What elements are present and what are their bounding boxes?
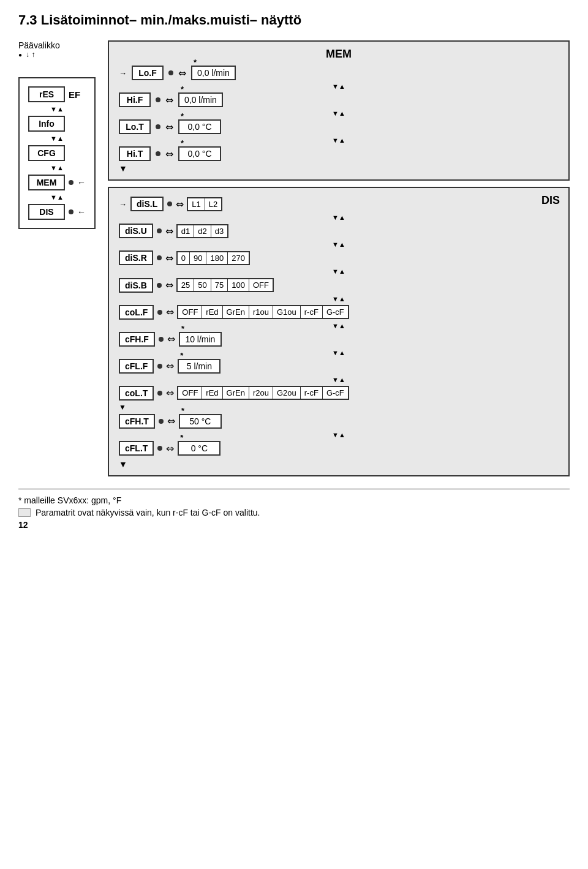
option-colt-red: rEd — [202, 386, 222, 400]
footer: * malleille SVx6xx: gpm, °F Paramatrit o… — [18, 489, 570, 530]
option-disu-d2: d2 — [194, 224, 211, 238]
arrows-disr: ⇔ — [165, 252, 173, 264]
nav-lof-hif: ▼▲ — [119, 83, 559, 90]
option-disb-75: 75 — [211, 278, 228, 292]
arrows-colf: ⇔ — [166, 306, 174, 318]
asterisk-lot: * — [181, 111, 184, 121]
option-colf-r1ou: r1ou — [249, 305, 273, 319]
option-colt-rcf: r-cF — [300, 386, 323, 400]
menu-item-CFG[interactable]: CFG — [28, 145, 65, 161]
bullet-cfht — [159, 419, 164, 424]
menu-row-MEM: MEM ← — [28, 174, 86, 191]
value-hif: 0,0 l/min — [178, 92, 223, 107]
nav-cfht-cflt: ▼▲ — [119, 431, 559, 438]
right-panels: MEM → Lo.F ⇔ * 0,0 l/min ▼▲ Hi.F ⇔ * — [108, 40, 570, 476]
nav-arrows-mem-dis: ▼▲ — [50, 194, 64, 201]
menu-item-Info[interactable]: Info — [28, 116, 65, 132]
nav-disr-disb: ▼▲ — [119, 268, 559, 275]
bullet-colf — [157, 310, 162, 315]
arrows-cfht: ⇔ — [167, 415, 175, 427]
arrow-right-disl: → — [119, 200, 127, 209]
arrows-hif: ⇔ — [165, 94, 173, 106]
nav-arrows-rES-info: ▼▲ — [50, 105, 64, 113]
param-cflt: cFL.T — [119, 441, 154, 456]
menu-item-DIS[interactable]: DIS — [28, 204, 65, 220]
option-disu-d1: d1 — [176, 224, 194, 238]
bullet-colt — [157, 391, 162, 396]
page-title: 7.3 Lisätoiminnot– min./maks.muisti– näy… — [18, 12, 570, 28]
option-disr-0: 0 — [176, 251, 190, 265]
asterisk-cfht: * — [181, 406, 184, 415]
arrows-disu: ⇔ — [165, 225, 173, 237]
nav-disl-disu: ▼▲ — [119, 214, 559, 221]
arrows-lot: ⇔ — [165, 121, 173, 133]
value-cflt: 0 °C — [178, 441, 221, 456]
arrow-right-lof: → — [119, 69, 127, 78]
param-cfht: cFH.T — [119, 414, 155, 429]
arrows-cfhf: ⇔ — [167, 333, 175, 345]
asterisk-cfhf: * — [181, 324, 184, 333]
param-lof: Lo.F — [132, 66, 164, 80]
bullet-disb — [157, 283, 162, 288]
asterisk-cflf: * — [180, 351, 183, 360]
nav-arrows-cfg-mem: ▼▲ — [50, 164, 64, 171]
arrow-down-dis: ▼ — [119, 459, 559, 469]
option-colt-gcf: G-cF — [322, 386, 349, 400]
bullet-cfhf — [159, 337, 164, 342]
option-disb-100: 100 — [227, 278, 249, 292]
up-down-arrows: ↓ ↑ — [26, 50, 35, 59]
option-disr-180: 180 — [206, 251, 228, 265]
nav-disb-colf: ▼▲ — [119, 295, 559, 303]
param-disb: diS.B — [119, 278, 153, 293]
nav-arrows-info-cfg: ▼▲ — [50, 135, 64, 142]
dis-bullet — [69, 209, 74, 214]
option-disl-l1: L1 — [187, 197, 205, 211]
dis-row-cflt: cFL.T ⇔ * 0 °C — [119, 441, 559, 456]
option-colf-g1ou: G1ou — [273, 305, 301, 319]
arrows-cflf: ⇔ — [166, 360, 174, 372]
option-disr-270: 270 — [227, 251, 250, 265]
option-colf-red: rEd — [202, 305, 222, 319]
menu-row-Info: Info — [28, 115, 86, 132]
nav-cflf-colt: ▼▲ — [119, 376, 559, 383]
param-cfhf: cFH.F — [119, 332, 155, 347]
dis-row-cfht: cFH.T ⇔ * 50 °C — [119, 414, 559, 429]
menu-row-rES: rES EF — [28, 86, 86, 103]
dis-panel: DIS → diS.L ⇔ L1 L2 ▼▲ diS.U — [108, 187, 570, 476]
options-disr: 0 90 180 270 — [177, 251, 250, 265]
option-disl-l2: L2 — [205, 197, 222, 211]
menu-item-MEM[interactable]: MEM — [28, 175, 65, 190]
bullet-hit — [156, 151, 160, 156]
nav-colt-cfht-single: ▼ — [119, 403, 559, 412]
asterisk-hit: * — [181, 138, 184, 148]
mem-left-arrow: ← — [77, 178, 86, 187]
nav-disu-disr: ▼▲ — [119, 241, 559, 248]
option-disb-25: 25 — [176, 278, 194, 292]
nav-cfhf-cflf: ▼▲ — [119, 349, 559, 356]
param-disl: diS.L — [130, 197, 164, 211]
option-colt-off: OFF — [177, 386, 202, 400]
param-hif: Hi.F — [119, 92, 151, 107]
bullet-disl — [167, 201, 172, 206]
ef-label: EF — [69, 89, 80, 100]
menu-row-DIS: DIS ← — [28, 203, 86, 220]
mem-row-lof: → Lo.F ⇔ * 0,0 l/min — [119, 66, 559, 80]
sidebar: Päävalikko ● ↓ ↑ rES EF ▼▲ Info ▼▲ CFG ▼… — [18, 40, 96, 229]
footer-note1: * malleille SVx6xx: gpm, °F — [18, 495, 570, 505]
param-colf: coL.F — [119, 305, 154, 320]
mem-panel-title: MEM — [119, 48, 559, 61]
param-disr: diS.R — [119, 250, 153, 265]
paaval-label: Päävalikko — [18, 40, 96, 50]
dis-row-colt: coL.T ⇔ OFF rEd GrEn r2ou G2ou r-cF G-cF — [119, 386, 559, 401]
asterisk-cflt: * — [180, 433, 183, 442]
option-colt-gren: GrEn — [222, 386, 249, 400]
mem-row-hif: Hi.F ⇔ * 0,0 l/min — [119, 92, 559, 107]
value-lot: 0,0 °C — [178, 119, 221, 134]
page-number: 12 — [18, 520, 570, 530]
asterisk-hif: * — [181, 85, 184, 94]
value-hit: 0,0 °C — [178, 146, 221, 161]
sidebar-box: rES EF ▼▲ Info ▼▲ CFG ▼▲ MEM ← ▼▲ D — [18, 77, 96, 229]
arrows-hit: ⇔ — [165, 148, 173, 160]
menu-item-rES[interactable]: rES — [28, 86, 65, 102]
value-cfht: 50 °C — [179, 414, 222, 429]
